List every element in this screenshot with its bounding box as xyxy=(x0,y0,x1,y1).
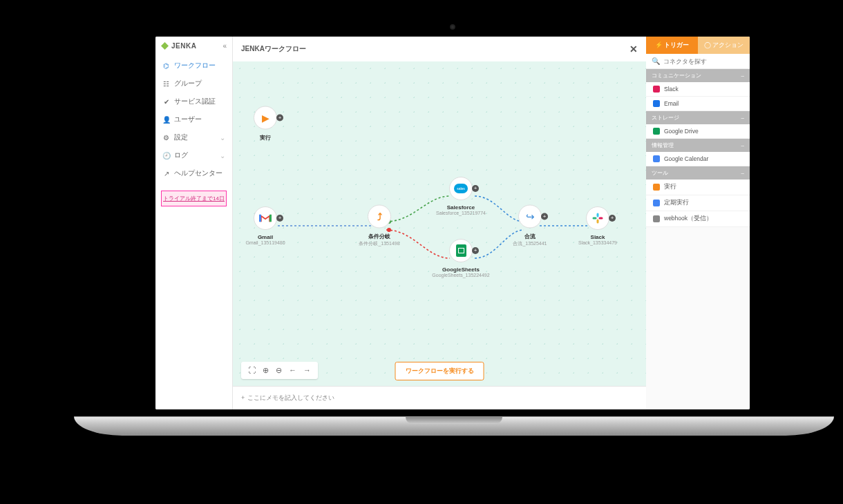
palette-tabs: ⚡ トリガー ◯ アクション xyxy=(646,37,750,54)
node-slack[interactable]: + Slack Slack_135334479 xyxy=(567,206,629,245)
sidebar-item-auth[interactable]: ✔︎ サービス認証 xyxy=(155,93,232,110)
laptop-frame: JENKA « ⌬ ワークフロー ☷ グループ ✔︎ サービス認証 👤 ユーザー… xyxy=(142,17,764,418)
sidebar-label: ログ xyxy=(174,151,188,160)
fullscreen-icon[interactable]: ⛶ xyxy=(248,366,256,375)
play-icon: ▶ xyxy=(262,113,269,124)
palette-item[interactable]: Email xyxy=(646,97,750,111)
user-icon: 👤 xyxy=(162,116,170,124)
chevron-down-icon: ⌄ xyxy=(220,134,225,142)
port-plus-icon[interactable]: + xyxy=(276,215,283,222)
node-subtitle: Gmail_135119480 xyxy=(245,240,285,245)
sidebar: JENKA « ⌬ ワークフロー ☷ グループ ✔︎ サービス認証 👤 ユーザー… xyxy=(155,37,233,409)
canvas-area: JENKAワークフロー ✕ ▶ + 実行 xyxy=(233,37,646,409)
svg-rect-3 xyxy=(269,215,272,222)
salesforce-icon: sales xyxy=(454,184,468,193)
node-icon-circle: ▶ + xyxy=(254,106,277,130)
sidebar-label: 設定 xyxy=(174,133,188,142)
node-merge[interactable]: ↪ + 合流 合流_13525441 xyxy=(499,205,561,247)
palette-search[interactable]: 🔍 xyxy=(646,54,750,69)
search-icon: 🔍 xyxy=(652,57,660,65)
node-title: Slack xyxy=(591,234,605,240)
group-icon: ☷ xyxy=(162,80,170,88)
sidebar-item-user[interactable]: 👤 ユーザー xyxy=(155,110,232,128)
sidebar-label: ヘルプセンター xyxy=(174,168,222,178)
node-salesforce[interactable]: sales + Salesforce Salesforce_135219774 xyxy=(430,177,492,215)
node-title: 条件分岐 xyxy=(368,233,390,240)
node-title: GoogleSheets xyxy=(442,266,480,273)
laptop-base xyxy=(74,416,834,436)
palette-item[interactable]: 定期実行 xyxy=(646,195,750,211)
redo-arrow-icon[interactable]: → xyxy=(303,366,311,375)
palette-item[interactable]: webhook（受信） xyxy=(646,211,750,227)
slack-icon xyxy=(591,212,604,224)
palette-item-label: Google Drive xyxy=(664,128,699,135)
node-execute[interactable]: ▶ + 実行 xyxy=(234,106,296,142)
app-screen: JENKA « ⌬ ワークフロー ☷ グループ ✔︎ サービス認証 👤 ユーザー… xyxy=(155,37,750,409)
zoom-in-icon[interactable]: ⊕ xyxy=(263,366,269,375)
logo-text: JENKA xyxy=(171,42,196,50)
clock-icon: 🕘 xyxy=(162,152,170,159)
sidebar-item-log[interactable]: 🕘 ログ ⌄ xyxy=(155,146,232,164)
gmail-icon xyxy=(259,213,272,223)
sidebar-item-settings[interactable]: ⚙ 設定 ⌄ xyxy=(155,128,232,146)
node-branch[interactable]: ⤴ 条件分岐 条件分岐_1351498 xyxy=(348,205,410,247)
svg-rect-2 xyxy=(259,215,261,222)
palette-item-label: Email xyxy=(664,100,679,107)
connector-icon xyxy=(653,215,660,222)
palette-group-header[interactable]: 情報管理 xyxy=(646,139,750,152)
palette-group-header[interactable]: ストレージ xyxy=(646,111,750,124)
tab-trigger[interactable]: ⚡ トリガー xyxy=(646,37,698,54)
palette: ⚡ トリガー ◯ アクション 🔍 コミュニケーションSlackEmailストレー… xyxy=(646,37,750,409)
palette-item-label: webhook（受信） xyxy=(664,215,712,223)
branch-icon: ⤴ xyxy=(377,211,382,222)
run-workflow-button[interactable]: ワークフローを実行する xyxy=(395,362,484,380)
search-input[interactable] xyxy=(663,58,744,65)
palette-item[interactable]: Google Calendar xyxy=(646,152,750,166)
node-sheets[interactable]: + GoogleSheets GoogleSheets_135224492 xyxy=(430,239,492,278)
palette-group-header[interactable]: コミュニケーション xyxy=(646,69,750,82)
logo[interactable]: JENKA « xyxy=(155,37,232,55)
palette-item[interactable]: Google Drive xyxy=(646,124,750,139)
sidebar-item-help[interactable]: ↗ ヘルプセンター xyxy=(155,164,232,182)
zoom-out-icon[interactable]: ⊖ xyxy=(276,366,282,375)
canvas-header: JENKAワークフロー ✕ xyxy=(233,37,646,61)
palette-item[interactable]: 実行 xyxy=(646,180,750,195)
palette-item[interactable]: Slack xyxy=(646,82,750,97)
svg-rect-7 xyxy=(599,217,603,220)
node-subtitle: Slack_135334479 xyxy=(578,240,617,245)
sidebar-label: サービス認証 xyxy=(174,97,216,106)
node-icon-circle: ⤴ xyxy=(368,205,391,229)
palette-group-header[interactable]: ツール xyxy=(646,166,750,180)
close-icon[interactable]: ✕ xyxy=(629,43,638,55)
node-gmail[interactable]: + Gmail Gmail_135119480 xyxy=(234,206,296,245)
canvas-title: JENKAワークフロー xyxy=(241,44,306,54)
sidebar-nav: ⌬ ワークフロー ☷ グループ ✔︎ サービス認証 👤 ユーザー ⚙ 設定 ⌄ … xyxy=(155,55,232,182)
port-plus-icon[interactable]: + xyxy=(276,115,283,122)
svg-rect-4 xyxy=(597,213,599,217)
merge-icon: ↪ xyxy=(526,211,535,223)
sidebar-label: ユーザー xyxy=(174,115,202,124)
port-plus-icon[interactable]: + xyxy=(609,215,616,222)
connector-icon xyxy=(653,155,660,162)
canvas-toolbar: ⛶ ⊕ ⊖ ← → xyxy=(241,362,318,379)
port-plus-icon[interactable]: + xyxy=(472,247,479,254)
sidebar-label: ワークフロー xyxy=(174,61,216,70)
trial-banner[interactable]: トライアル終了まで14日 xyxy=(161,191,227,206)
connector-icon xyxy=(653,100,660,107)
node-icon-circle: + xyxy=(254,206,277,230)
node-icon-circle: + xyxy=(586,206,609,230)
undo-arrow-icon[interactable]: ← xyxy=(289,366,296,375)
connector-icon xyxy=(653,200,660,206)
workflow-canvas[interactable]: ▶ + 実行 + Gmail Gmail_135119480 xyxy=(233,61,646,386)
port-plus-icon[interactable]: + xyxy=(541,213,548,220)
node-subtitle: 合流_13525441 xyxy=(513,240,547,247)
sidebar-item-group[interactable]: ☷ グループ xyxy=(155,75,232,93)
collapse-sidebar-icon[interactable]: « xyxy=(222,42,227,50)
memo-input[interactable]: ここにメモを記入してください xyxy=(233,386,646,409)
tab-action[interactable]: ◯ アクション xyxy=(698,37,750,54)
node-subtitle: 条件分岐_1351498 xyxy=(359,240,399,247)
palette-item-label: 定期実行 xyxy=(664,199,689,207)
port-plus-icon[interactable]: + xyxy=(472,185,479,192)
sidebar-item-workflow[interactable]: ⌬ ワークフロー xyxy=(155,57,232,75)
palette-groups: コミュニケーションSlackEmailストレージGoogle Drive情報管理… xyxy=(646,69,750,227)
